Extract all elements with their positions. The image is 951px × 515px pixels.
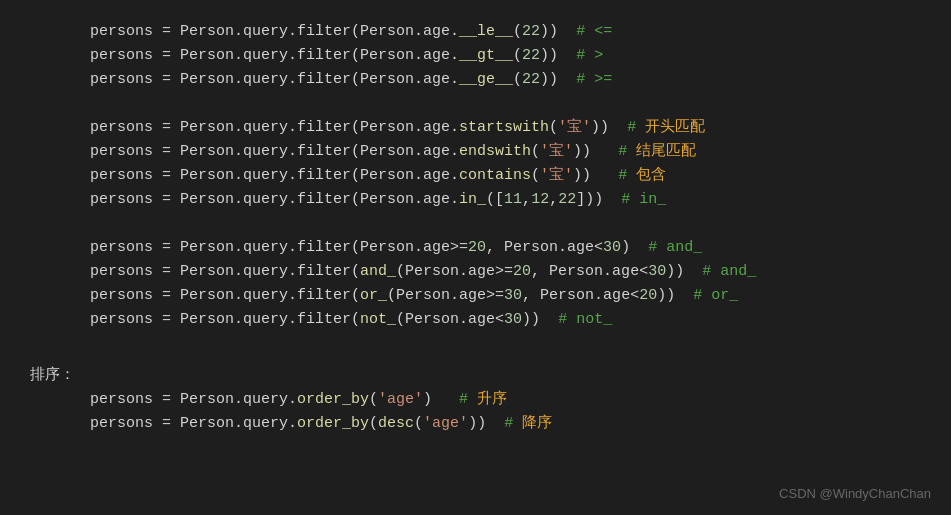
code-line-8: persons = Person.query.filter(Person.age…: [30, 236, 921, 260]
code-line-4: persons = Person.query.filter(Person.age…: [30, 116, 921, 140]
code-line-12: persons = Person.query.order_by('age') #…: [30, 388, 921, 412]
code-line-6: persons = Person.query.filter(Person.age…: [30, 164, 921, 188]
empty-line-3: [30, 332, 921, 356]
watermark: CSDN @WindyChanChan: [779, 484, 931, 505]
code-line-7: persons = Person.query.filter(Person.age…: [30, 188, 921, 212]
code-block: persons = Person.query.filter(Person.age…: [0, 0, 951, 456]
code-line-13: persons = Person.query.order_by(desc('ag…: [30, 412, 921, 436]
code-line-1: persons = Person.query.filter(Person.age…: [30, 20, 921, 44]
code-line-9: persons = Person.query.filter(and_(Perso…: [30, 260, 921, 284]
code-line-3: persons = Person.query.filter(Person.age…: [30, 68, 921, 92]
empty-line-2: [30, 212, 921, 236]
code-line-2: persons = Person.query.filter(Person.age…: [30, 44, 921, 68]
section-sort: 排序：: [30, 364, 921, 388]
code-line-5: persons = Person.query.filter(Person.age…: [30, 140, 921, 164]
code-line-11: persons = Person.query.filter(not_(Perso…: [30, 308, 921, 332]
code-line-10: persons = Person.query.filter(or_(Person…: [30, 284, 921, 308]
empty-line-1: [30, 92, 921, 116]
